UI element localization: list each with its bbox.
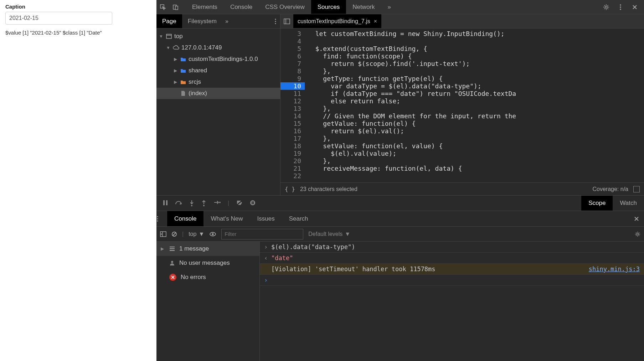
close-devtools-icon[interactable]	[628, 1, 641, 14]
tree-host-label: 127.0.0.1:4749	[181, 44, 222, 51]
console-settings-icon[interactable]	[635, 231, 640, 237]
editor-tab[interactable]: customTextInputBinding_7.js ×	[293, 14, 381, 28]
drawer-tab-whatsnew[interactable]: What's New	[203, 211, 250, 226]
tab-elements[interactable]: Elements	[186, 0, 224, 14]
tree-folder-0[interactable]: ▶ customTextBindings-1.0.0	[156, 53, 280, 65]
devtools-toolbar: Elements Console CSS Overview Sources Ne…	[156, 0, 644, 14]
svg-rect-13	[163, 200, 165, 205]
device-toggle-icon[interactable]	[169, 1, 182, 14]
svg-point-15	[191, 205, 192, 206]
svg-rect-20	[252, 201, 253, 204]
pretty-print-icon[interactable]: { }	[285, 186, 295, 192]
selection-status: 23 characters selected	[300, 186, 357, 192]
sources-navigator: Page Filesystem » ▼ top ▼ 127.0.0.1:4749	[156, 14, 280, 195]
svg-line-28	[173, 233, 176, 236]
coverage-status: Coverage: n/a	[592, 186, 628, 192]
console-output-row: ‹ "date"	[260, 253, 644, 264]
tab-more[interactable]: »	[381, 0, 397, 14]
console-toolbar: | top ▼ Default levels ▼	[156, 227, 644, 242]
input-chevron-icon: ›	[264, 243, 271, 251]
drawer-kebab-icon[interactable]	[156, 216, 167, 222]
tree-top[interactable]: ▼ top	[156, 31, 280, 42]
coverage-toggle-icon[interactable]	[633, 186, 640, 192]
pause-icon[interactable]	[163, 200, 168, 206]
step-out-icon[interactable]	[201, 200, 206, 206]
app-pane: Caption $value [1] "2021-02-15" $class […	[0, 0, 156, 361]
code-lines[interactable]: let customTextBinding = new Shiny.InputB…	[305, 29, 644, 182]
violation-link[interactable]: shiny.min.js:3	[582, 265, 640, 273]
folder-icon	[179, 68, 187, 73]
svg-point-7	[275, 21, 276, 22]
console-log[interactable]: › $(el).data("data-type") ‹ "date" [Viol…	[260, 242, 644, 361]
close-drawer-icon[interactable]	[629, 216, 644, 221]
drawer-tab-search[interactable]: Search	[282, 211, 315, 226]
svg-point-19	[250, 200, 255, 205]
devtools: Elements Console CSS Overview Sources Ne…	[156, 0, 644, 361]
drawer-tab-issues[interactable]: Issues	[250, 211, 282, 226]
tab-css-overview[interactable]: CSS Overview	[259, 0, 311, 14]
list-icon	[169, 246, 175, 251]
context-selector[interactable]: top ▼	[189, 231, 204, 237]
console-input-row: › $(el).data("data-type")	[260, 242, 644, 253]
tree-folder-2[interactable]: ▶ srcjs	[156, 76, 280, 88]
tree-file-index[interactable]: (index)	[156, 88, 280, 99]
drawer-tab-console[interactable]: Console	[167, 211, 203, 226]
caption-label: Caption	[5, 4, 151, 10]
step-over-icon[interactable]	[175, 200, 182, 206]
console-sidebar-toggle-icon[interactable]	[160, 231, 166, 237]
debug-tab-scope[interactable]: Scope	[581, 196, 613, 211]
output-chevron-icon: ‹	[264, 254, 271, 262]
drawer: Console What's New Issues Search | top ▼…	[156, 211, 644, 361]
chevron-down-icon: ▼	[345, 231, 350, 237]
tab-sources[interactable]: Sources	[311, 0, 346, 14]
clear-console-icon[interactable]	[171, 231, 177, 237]
svg-point-8	[275, 23, 276, 24]
live-expression-icon[interactable]	[209, 232, 216, 237]
tab-network[interactable]: Network	[346, 0, 381, 14]
tree-folder-2-label: srcjs	[189, 78, 201, 86]
inspect-icon[interactable]	[156, 1, 169, 14]
step-into-icon[interactable]	[189, 200, 194, 206]
nav-tab-more[interactable]: »	[225, 18, 228, 25]
user-icon	[169, 260, 175, 266]
folder-icon	[179, 57, 187, 62]
deactivate-breakpoints-icon[interactable]	[236, 200, 243, 206]
nav-tab-page[interactable]: Page	[156, 14, 182, 28]
debug-tab-watch[interactable]: Watch	[613, 196, 644, 211]
line-gutter[interactable]: 345678910111213141516171819202122	[280, 29, 305, 182]
nav-tab-filesystem[interactable]: Filesystem	[182, 14, 222, 28]
log-levels-selector[interactable]: Default levels ▼	[308, 231, 350, 237]
kebab-icon[interactable]	[614, 1, 627, 14]
toggle-navigator-icon[interactable]	[280, 19, 293, 24]
svg-point-5	[620, 9, 621, 10]
step-icon[interactable]	[213, 200, 221, 206]
nav-kebab-icon[interactable]	[274, 19, 277, 24]
tab-console[interactable]: Console	[224, 0, 259, 14]
sidebar-item-errors[interactable]: No errors	[156, 270, 259, 284]
code-area[interactable]: 345678910111213141516171819202122 let cu…	[280, 29, 644, 182]
app-output: $value [1] "2021-02-15" $class [1] "Date…	[5, 30, 151, 36]
pause-on-exceptions-icon[interactable]	[250, 200, 256, 206]
file-tree[interactable]: ▼ top ▼ 127.0.0.1:4749 ▶ customTextBindi…	[156, 29, 280, 195]
console-prompt-row[interactable]: ›	[260, 275, 644, 286]
editor-tab-label: customTextInputBinding_7.js	[298, 18, 370, 25]
svg-rect-9	[166, 34, 171, 38]
sidebar-item-messages[interactable]: ▶ 1 message	[156, 242, 259, 256]
close-tab-icon[interactable]: ×	[374, 18, 377, 25]
tree-file-label: (index)	[189, 90, 207, 97]
console-output-text: "date"	[271, 254, 640, 262]
svg-rect-14	[166, 200, 168, 205]
tree-top-label: top	[174, 33, 183, 40]
console-sidebar: ▶ 1 message No user messages No errors	[156, 242, 260, 361]
tree-folder-1[interactable]: ▶ shared	[156, 65, 280, 76]
caption-input[interactable]	[5, 12, 112, 25]
svg-rect-1	[175, 6, 178, 10]
messages-label: 1 message	[179, 245, 209, 252]
error-icon	[169, 274, 176, 281]
settings-icon[interactable]	[600, 1, 613, 14]
sidebar-item-user[interactable]: No user messages	[156, 256, 259, 270]
tree-folder-0-label: customTextBindings-1.0.0	[189, 56, 258, 63]
console-filter-input[interactable]	[221, 229, 303, 239]
folder-icon	[179, 79, 187, 84]
tree-host[interactable]: ▼ 127.0.0.1:4749	[156, 42, 280, 53]
